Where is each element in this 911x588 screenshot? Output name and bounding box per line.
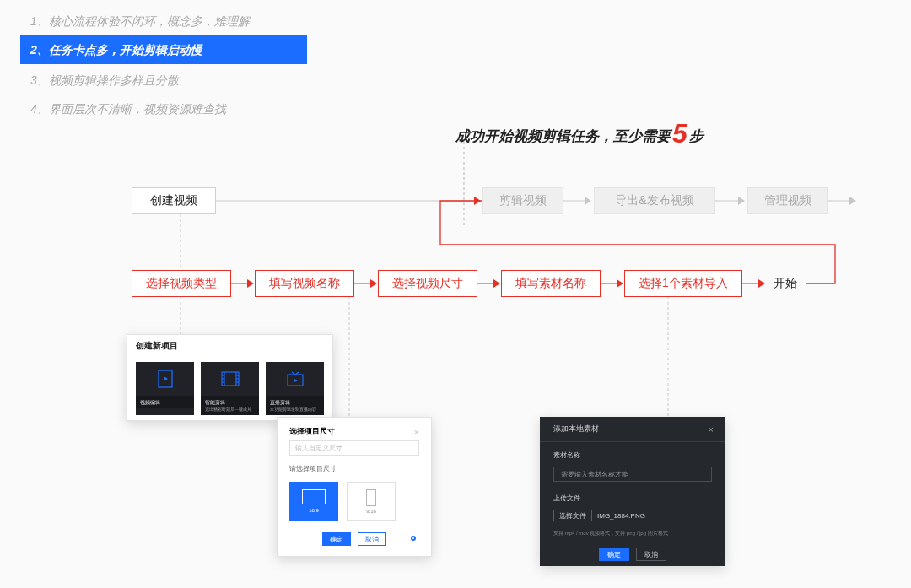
- tile-2-label: 智能剪辑: [205, 400, 225, 405]
- size-16-9[interactable]: 16:9: [289, 482, 338, 521]
- material-ok-button[interactable]: 确定: [599, 548, 629, 561]
- tile-row: 视频编辑 智能剪辑选出精彩时刻后一键成片 直播剪辑本功能剪辑录制直播内容: [127, 357, 332, 420]
- play-file-icon: [136, 362, 194, 396]
- headline-suffix: 步: [689, 128, 703, 144]
- tile-3-sub: 本功能剪辑录制直播内容: [270, 406, 320, 413]
- size-input[interactable]: 输入自定义尺寸: [289, 440, 419, 456]
- panel-choose-size: 选择项目尺寸 × 输入自定义尺寸 请选择项目尺寸 16:9 9:16 确定 取消: [277, 417, 432, 557]
- step-1-choose-type: 选择视频类型: [132, 270, 231, 297]
- size-title: 选择项目尺寸: [289, 426, 335, 437]
- node-export-publish: 导出&发布视频: [594, 187, 715, 214]
- selected-filename: IMG_1884.PNG: [597, 512, 645, 520]
- arrow-to-export: [585, 197, 591, 205]
- node-create-video: 创建视频: [132, 187, 216, 214]
- size-16-9-label: 16:9: [309, 508, 319, 513]
- arrow-step-5-start: [758, 279, 765, 288]
- material-name-input[interactable]: 需要输入素材名称才能: [553, 467, 712, 482]
- nav-item-1[interactable]: 1、核心流程体验不闭环，概念多，难理解: [20, 7, 307, 35]
- step-5-choose-material: 选择1个素材导入: [624, 270, 742, 297]
- material-title: 添加本地素材: [553, 423, 599, 434]
- arrow-step-3-4: [493, 279, 500, 288]
- tile-1-label: 视频编辑: [140, 400, 160, 405]
- node-start: 开始: [764, 270, 806, 297]
- step-2-fill-name: 填写视频名称: [255, 270, 354, 297]
- nav-item-2-active[interactable]: 2、任务卡点多，开始剪辑启动慢: [20, 35, 307, 64]
- upload-label: 上传文件: [540, 490, 725, 506]
- choose-file-button[interactable]: 选择文件: [553, 510, 592, 521]
- tile-live-cut[interactable]: 直播剪辑本功能剪辑录制直播内容: [266, 362, 324, 415]
- close-icon[interactable]: ×: [709, 424, 714, 434]
- format-helper: 支持 mp4 / mov 视频格式，支持 png / jpg 图片格式: [553, 530, 712, 537]
- headline-prefix: 成功开始视频剪辑任务，至少需要: [456, 128, 671, 144]
- nav-item-4[interactable]: 4、界面层次不清晰，视频资源难查找: [20, 94, 307, 123]
- arrow-after-manage: [849, 197, 856, 205]
- arrow-to-manage: [738, 197, 745, 205]
- material-cancel-button[interactable]: 取消: [636, 548, 666, 561]
- panel-create-project: 创建新项目 视频编辑 智能剪辑选出精彩时刻后一键成片 直播剪辑本功能剪辑录制直播…: [127, 334, 333, 421]
- tile-2-sub: 选出精彩时刻后一键成片: [205, 406, 255, 413]
- nav-item-3[interactable]: 3、视频剪辑操作多样且分散: [20, 66, 307, 94]
- arrow-step-4-5: [617, 279, 623, 288]
- arrow-step-1-2: [247, 279, 254, 288]
- size-cancel-button[interactable]: 取消: [358, 532, 386, 546]
- issues-nav: 1、核心流程体验不闭环，概念多，难理解 2、任务卡点多，开始剪辑启动慢 3、视频…: [20, 7, 307, 123]
- step-3-choose-size: 选择视频尺寸: [378, 270, 477, 297]
- arrow-into-edit: [474, 197, 481, 205]
- tile-smart-cut[interactable]: 智能剪辑选出精彩时刻后一键成片: [201, 362, 259, 415]
- close-icon[interactable]: ×: [414, 427, 419, 437]
- node-manage-video: 管理视频: [747, 187, 828, 214]
- monitor-icon: [302, 489, 326, 504]
- filmstrip-icon: [201, 362, 259, 396]
- step-4-fill-material-name: 填写素材名称: [501, 270, 601, 297]
- material-name-label: 素材名称: [540, 447, 725, 463]
- headline: 成功开始视频剪辑任务，至少需要5步: [456, 116, 703, 148]
- node-edit-video: 剪辑视频: [482, 187, 563, 214]
- panel-create-title: 创建新项目: [127, 335, 332, 357]
- size-9-16[interactable]: 9:16: [347, 482, 396, 521]
- tv-play-icon: [266, 362, 324, 396]
- custom-size-add-icon[interactable]: [411, 536, 416, 541]
- tile-3-label: 直播剪辑: [270, 400, 290, 405]
- arrow-step-2-3: [370, 279, 377, 288]
- size-hint: 请选择项目尺寸: [289, 464, 419, 473]
- panel-add-material: 添加本地素材 × 素材名称 需要输入素材名称才能 上传文件 选择文件 IMG_1…: [540, 417, 725, 566]
- phone-icon: [366, 489, 376, 506]
- size-ok-button[interactable]: 确定: [322, 532, 351, 546]
- headline-count: 5: [672, 118, 687, 149]
- tile-video-edit[interactable]: 视频编辑: [136, 362, 194, 415]
- size-9-16-label: 9:16: [366, 509, 376, 514]
